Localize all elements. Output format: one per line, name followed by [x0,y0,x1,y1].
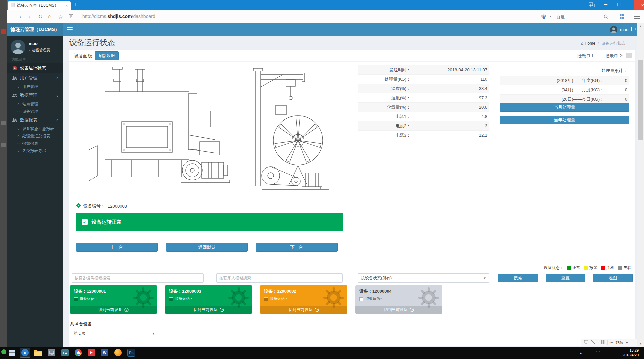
telemetry-value: 4.8 [411,114,487,119]
taskbar-ftp-icon[interactable]: FZ [60,348,70,358]
paw-extension-icon[interactable] [541,14,547,21]
tab-close-icon[interactable]: × [65,3,68,8]
divider [78,13,78,21]
prev-device-button[interactable]: 上一台 [76,243,158,252]
page-select[interactable]: 第 1 页 ▾ [70,329,158,338]
search-button[interactable]: 搜索 [498,274,538,282]
sidebar-item-label: 各类报表导出 [22,148,46,154]
navbar-user[interactable]: mao [610,23,636,36]
checkbox[interactable] [74,297,78,301]
sidebar-subitem-site-mgmt[interactable]: ○ 站点管理 [7,100,63,108]
contact-search-input[interactable] [216,273,343,283]
reset-button[interactable]: 重置 [546,274,585,282]
sidebar-subitem-status-report[interactable]: ○ 设备状态汇总报表 [7,125,63,132]
taskbar-firefox-icon[interactable] [113,348,123,358]
menu-icon[interactable] [634,15,640,19]
status-filter-select[interactable]: 按设备状态(所有) ▾ [358,273,489,283]
sidebar-subitem-volume-report[interactable]: ○ 处理量汇总报表 [7,132,63,140]
start-button[interactable] [9,349,15,357]
totals-row: (2018年)——年度(KG)：0 [500,76,629,85]
taskbar-clock[interactable]: 13:29 2018/4/20 [611,348,639,357]
taskbar-folder-icon[interactable] [33,348,43,358]
sidebar-toggle-icon[interactable] [67,27,73,31]
back-icon[interactable]: ‹ [19,13,21,20]
zoom-out-icon[interactable]: − [610,340,613,345]
scrollbar[interactable]: ▲ ▼ [637,23,644,347]
app-logo[interactable]: 德瑾云管理（DJCMS） [7,23,63,36]
fullscreen-icon[interactable] [591,340,595,345]
card-footer-link[interactable]: 切到当前设备 [260,306,347,314]
reading-mode-icon[interactable] [69,14,73,21]
chevron-down-icon[interactable]: ▾ [550,14,551,18]
edge-mark [1,143,6,147]
maximize-button[interactable]: □ [617,2,620,7]
taskbar-chrome-icon[interactable] [73,348,83,358]
device-card[interactable]: 设备：12000003 报警短信? 切到当前设备 [165,285,252,314]
device-card[interactable]: 设备：12000004 报警短信? 切到当前设备 [355,285,442,314]
sidebar-item-user-mgmt[interactable]: 用户管理 ‹ [7,73,63,83]
grid-icon[interactable] [601,340,605,345]
device-card[interactable]: 设备：12000001 报警短信? 切到当前设备 [70,285,157,314]
zoom-level[interactable]: 75% [616,341,623,345]
scroll-up-icon[interactable]: ▲ [637,25,644,28]
sidebar-subitem-export[interactable]: ○ 各类报表导出 [7,147,63,154]
scroll-down-icon[interactable]: ▼ [637,342,644,345]
tray-network-icon[interactable] [588,351,592,354]
screenshot-icon[interactable] [584,340,588,345]
scrollbar-thumb[interactable] [638,60,643,140]
sidebar-subitem-user-mgmt[interactable]: ○ 用户管理 [7,83,63,90]
zoom-in-icon[interactable]: + [626,340,628,345]
tray-app-icon[interactable] [1,349,6,354]
multi-window-icon[interactable] [589,2,595,9]
bookmark-star-icon[interactable]: ☆ [58,13,63,20]
taskbar-media-icon[interactable] [86,348,96,358]
telemetry-row: 电流3：12.1 [358,131,489,140]
show-desktop-button[interactable] [642,347,644,359]
forward-icon[interactable]: › [29,13,31,20]
map-button[interactable]: 地图 [593,274,633,282]
home-icon[interactable]: ⌂ [48,13,51,20]
taskbar-browser-icon[interactable]: e [20,348,30,358]
device-search-input[interactable] [72,273,204,283]
tray-volume-icon[interactable] [596,351,600,354]
reset-default-button[interactable]: 返回默认 [166,243,248,252]
browser-tab-bar: 德瑾云管理（DJCMS） × + ─ □ × [7,0,644,10]
new-tab-button[interactable]: + [74,1,78,9]
breadcrumb-home[interactable]: Home [585,41,595,46]
apps-grid-icon[interactable] [619,14,624,20]
sidebar-item-reports[interactable]: 数据报表 ‹ [7,115,63,125]
year-volume-button[interactable]: 当年处理量 [500,116,629,124]
sidebar-item-device-status[interactable]: 设备运行状态 [7,63,63,73]
sidebar-subitem-alarm-report[interactable]: ○ 报警报表 [7,140,63,147]
green-swatch [567,266,571,270]
card-footer-link[interactable]: 切到当前设备 [355,306,442,314]
checkbox[interactable] [169,297,173,301]
refresh-icon[interactable]: ↻ [38,13,43,20]
sidebar-item-data-mgmt[interactable]: 数据管理 ‹ [7,90,63,100]
close-button[interactable]: × [634,0,644,10]
taskbar-doc-icon[interactable]: W [100,348,110,358]
logout-icon[interactable] [631,27,636,32]
tray-chevron-icon[interactable]: ▲ [579,351,582,355]
tab-device-panel[interactable]: 设备面板 [74,53,92,59]
browser-tab[interactable]: 德瑾云管理（DJCMS） × [8,1,71,10]
card-footer-link[interactable]: 切到当前设备 [70,306,157,314]
sidebar-subitem-device-mgmt[interactable]: ○ 设备管理 [7,108,63,115]
taskbar-tool-icon[interactable] [47,348,57,358]
search-engine-label[interactable]: 百度 [556,14,565,20]
indicator-l2-box[interactable] [626,53,632,58]
minimize-button[interactable]: ─ [604,2,607,7]
checkbox[interactable] [264,297,268,301]
red-swatch [601,266,605,270]
month-volume-button[interactable]: 当月处理量 [500,103,629,112]
refresh-data-button[interactable]: 刷新数据 [95,51,119,60]
checkbox[interactable] [359,297,363,301]
taskbar-photoshop-icon[interactable]: Ps [126,348,136,358]
next-device-button[interactable]: 下一台 [256,243,338,252]
circle-icon: ○ [17,134,20,138]
browser-address-bar: ‹ › ↻ ⌂ ☆ http://djcms.shdjls.com/dashbo… [7,10,644,23]
card-footer-link[interactable]: 切到当前设备 [165,306,252,314]
search-icon[interactable] [603,14,609,21]
device-card[interactable]: 设备：12000002 报警短信? 切到当前设备 [260,285,347,314]
url-field[interactable]: http://djcms.shdjls.com/dashboard [82,14,155,19]
